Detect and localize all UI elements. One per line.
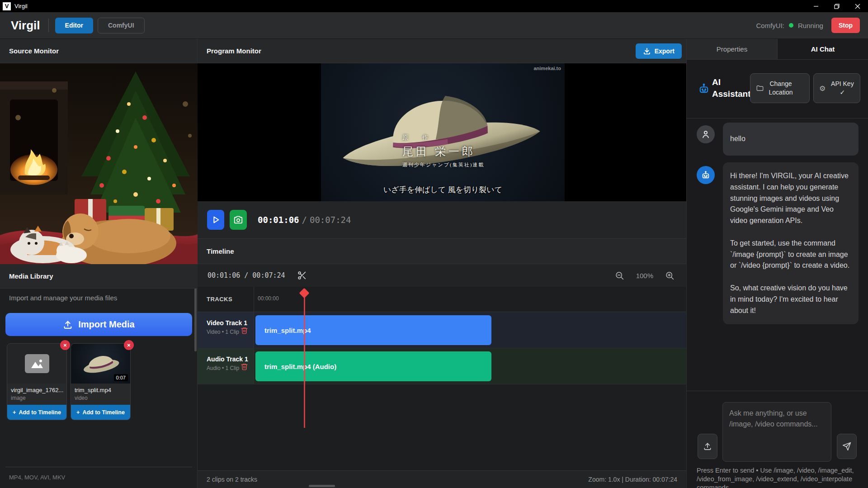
gear-icon: ⚙: [819, 84, 826, 93]
robot-icon: [698, 82, 710, 95]
timeline-title: Timeline: [207, 247, 234, 255]
change-location-button[interactable]: Change Location: [750, 73, 810, 103]
media-library-body: Import and manage your media files Impor…: [0, 284, 198, 488]
timeline-clip-audio[interactable]: trim_split.mp4 (Audio): [255, 351, 491, 381]
close-button[interactable]: [847, 0, 868, 12]
maximize-button[interactable]: [826, 0, 847, 12]
source-monitor-preview-image[interactable]: [0, 63, 198, 264]
audio-track-name: Audio Track 1: [207, 355, 254, 363]
timeline-horizontal-scrollbar[interactable]: [309, 485, 335, 487]
import-media-button[interactable]: Import Media: [5, 313, 192, 336]
media-library-divider: [5, 467, 192, 467]
playhead-handle[interactable]: [299, 288, 310, 298]
play-button[interactable]: [207, 210, 224, 230]
tab-comfyui[interactable]: ComfyUI: [98, 18, 145, 33]
send-button[interactable]: [837, 434, 857, 459]
scissors-icon: [297, 270, 307, 280]
audio-track-row: Audio Track 1 Audio • 1 Clip trim_split.…: [198, 348, 686, 384]
assistant-avatar: [697, 166, 715, 184]
playhead-line: [304, 295, 305, 428]
timeline-clip-video[interactable]: trim_split.mp4: [255, 315, 491, 345]
timeline-status-bar: 2 clips on 2 tracks Zoom: 1.0x | Duratio…: [198, 470, 686, 488]
straw-hat-thumb-icon: [78, 350, 123, 377]
window-controls: [806, 0, 868, 12]
delete-video-track-button[interactable]: [241, 327, 248, 334]
media-file-type: video: [71, 393, 130, 405]
media-thumbnail-video: 0:07: [71, 344, 130, 384]
plus-icon: +: [76, 409, 80, 416]
ai-assistant-title: AI Assistant: [712, 76, 755, 99]
timeline-total-time: 00:07:24: [252, 271, 285, 280]
split-clip-button[interactable]: [297, 270, 307, 280]
play-icon: [211, 215, 221, 225]
change-location-label: Change Location: [768, 80, 794, 97]
timeline-time-separator: /: [244, 271, 248, 280]
input-hint-text: Press Enter to send • Use /image, /video…: [697, 466, 861, 488]
chat-input[interactable]: [722, 402, 831, 462]
app-header: Virgil Editor ComfyUI ComfyUI: Running S…: [0, 12, 868, 39]
snapshot-button[interactable]: [230, 210, 247, 230]
delete-media-button[interactable]: ✕: [124, 340, 134, 350]
add-to-timeline-label: Add to Timeline: [19, 409, 61, 416]
running-status-dot: [789, 23, 793, 28]
zoom-in-icon[interactable]: [665, 271, 675, 280]
tab-ai-chat[interactable]: AI Chat: [778, 39, 868, 59]
export-button[interactable]: Export: [636, 43, 682, 59]
api-key-button[interactable]: ⚙ API Key ✓: [813, 73, 860, 103]
credit-name: 尾田 栄一郎: [402, 144, 484, 159]
video-track-info: Video Track 1 Video • 1 Clip: [198, 312, 254, 348]
timeline-current-time: 00:01:06: [208, 271, 240, 280]
ruler-zero-label: 00:00:00: [258, 295, 279, 302]
chat-message-user: hello: [697, 123, 859, 156]
tracks-label-column: TRACKS: [198, 287, 254, 312]
clip-count-status: 2 clips on 2 tracks: [207, 476, 257, 483]
attach-file-button[interactable]: [698, 434, 717, 459]
source-monitor-header: Source Monitor: [0, 39, 197, 63]
app-logo-icon: V: [3, 2, 11, 10]
program-monitor-panel: Program Monitor Export: [198, 39, 686, 488]
stop-button[interactable]: Stop: [831, 18, 860, 33]
credit-label: 原 作: [402, 133, 484, 142]
delete-audio-track-button[interactable]: [241, 363, 248, 370]
delete-media-button[interactable]: ✕: [60, 340, 70, 350]
close-icon: [855, 4, 860, 9]
tab-properties[interactable]: Properties: [687, 39, 778, 59]
user-message-bubble: hello: [723, 123, 859, 156]
minimize-icon: [813, 4, 819, 9]
media-file-type: image: [7, 393, 66, 405]
add-to-timeline-button[interactable]: + Add to Timeline: [71, 405, 130, 420]
tracks-label: TRACKS: [207, 296, 232, 303]
minimize-button[interactable]: [806, 0, 826, 12]
tab-editor[interactable]: Editor: [55, 18, 93, 33]
media-card-video[interactable]: ✕ 0:07 trim_split.mp4 video: [71, 343, 131, 420]
total-time: 00:07:24: [310, 215, 351, 225]
timeline-zoom-controls: 100%: [615, 271, 675, 280]
supported-formats-label: MP4, MOV, AVI, MKV: [9, 474, 65, 481]
video-credits: 原 作 尾田 栄一郎 週刊少年ジャンプ(集英社)連載: [402, 133, 484, 168]
zoom-out-icon[interactable]: [615, 271, 624, 280]
trash-icon: [241, 327, 248, 334]
add-to-timeline-button[interactable]: + Add to Timeline: [7, 405, 66, 420]
current-time: 00:01:06: [258, 215, 299, 225]
ai-assistant-header: AI Assistant Change Location ⚙ API Key ✓: [687, 60, 868, 118]
download-icon: [643, 47, 651, 55]
straw-hat-frame-illustration: [321, 63, 565, 201]
video-track-row: Video Track 1 Video • 1 Clip trim_split.…: [198, 312, 686, 348]
upload-icon: [703, 442, 712, 451]
time-separator: /: [299, 215, 310, 225]
media-card-image[interactable]: ✕ virgil_image_1762... image + Add to Ti…: [7, 343, 67, 420]
window-title: Virgil: [14, 3, 28, 9]
camera-icon: [233, 215, 243, 225]
user-avatar: [697, 125, 715, 143]
tracks-header-row: TRACKS 00:00:00: [198, 287, 686, 312]
chat-input-area: Press Enter to send • Use /image, /video…: [687, 391, 868, 488]
assistant-message-bubble: Hi there! I'm VIRGIL, your AI creative a…: [723, 162, 859, 324]
plus-icon: +: [13, 409, 16, 416]
media-cards: ✕ virgil_image_1762... image + Add to Ti…: [7, 343, 131, 420]
program-monitor-header: Program Monitor Export: [198, 39, 686, 63]
zoom-duration-status: Zoom: 1.0x | Duration: 00:07:24: [588, 476, 677, 483]
video-subtitle: いざ手を伸ばして 風を切り裂いて: [321, 185, 565, 195]
app-window: V Virgil Virgil Editor ComfyUI ComfyUI: …: [0, 0, 868, 488]
program-monitor-viewport[interactable]: animekai.to 原 作 尾田 栄一郎 週刊少年ジャンプ(集英社)連載 い…: [198, 63, 686, 201]
comfyui-status-value: Running: [798, 22, 823, 29]
